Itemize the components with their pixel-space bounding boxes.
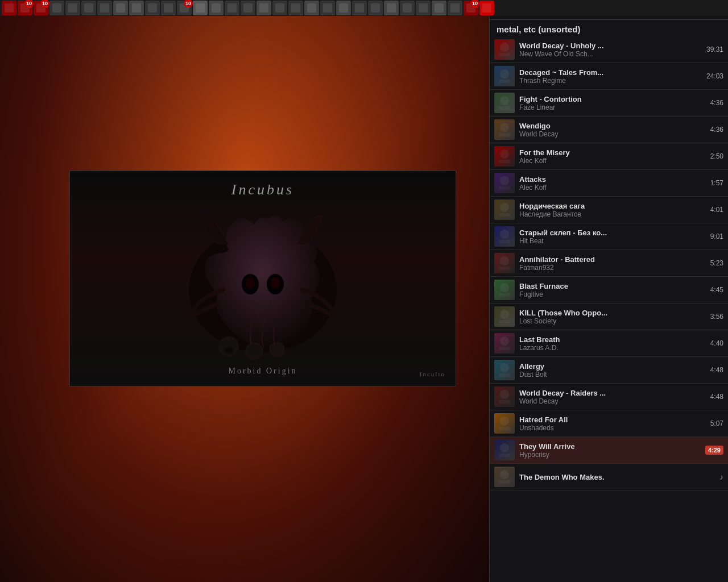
playlist-item-artist: Alec Koff (519, 184, 707, 192)
taskbar-icon-22[interactable] (336, 1, 351, 15)
taskbar-icon-2[interactable]: 10 (18, 1, 32, 15)
playlist-item-info: Last BreathLazarus A.D. (519, 335, 707, 352)
playlist-thumbnail (494, 199, 515, 220)
playlist-thumbnail (494, 360, 515, 380)
svg-point-30 (500, 203, 509, 212)
taskbar-icon-26[interactable] (400, 1, 415, 15)
svg-point-48 (500, 363, 509, 372)
taskbar-icon-8[interactable] (113, 1, 128, 15)
taskbar-icon-1[interactable] (2, 1, 16, 15)
svg-point-36 (500, 256, 509, 265)
playlist-item-title: Старый склеп - Без ко... (519, 228, 707, 237)
playlist-item[interactable]: World Decay - Raiders ...World Decay4:48 (490, 384, 728, 410)
svg-point-33 (500, 230, 509, 239)
playlist-item[interactable]: Blast FurnaceFugitive4:45 (490, 277, 728, 304)
taskbar-icon-16[interactable] (241, 1, 255, 15)
playlist-item-duration: 4:48 (710, 393, 723, 401)
taskbar-icon-4[interactable] (49, 1, 64, 15)
svg-rect-52 (499, 400, 510, 404)
taskbar-icon-28[interactable] (432, 1, 446, 15)
svg-rect-22 (499, 133, 510, 136)
sidebar-playlist[interactable]: источник: metal, etc (unsorted) World De… (489, 0, 728, 582)
taskbar-icon-23[interactable] (352, 1, 367, 15)
playlist-item[interactable]: Fight - ContortionFaze Linear4:36 (490, 90, 728, 117)
playlist-thumbnail (494, 226, 515, 247)
playlist-item-artist: Hit Beat (519, 237, 707, 245)
playlist-item[interactable]: KILL (Those Who Oppo...Lost Society3:56 (490, 304, 728, 330)
playlist-item[interactable]: AttacksAlec Koff1:57 (490, 170, 728, 197)
playlist-item-artist: Наследие Вагантов (519, 210, 707, 218)
playlist-item[interactable]: Annihilator - BatteredFatman9325:23 (490, 250, 728, 277)
playlist-item[interactable]: Last BreathLazarus A.D.4:40 (490, 330, 728, 357)
taskbar-icon-9[interactable] (129, 1, 144, 15)
taskbar-icon-20[interactable] (304, 1, 319, 15)
playlist-item[interactable]: They Will ArriveHypocrisy4:29 (490, 437, 728, 464)
playlist-thumbnail (494, 173, 515, 193)
playlist-item-duration: 5:23 (710, 259, 723, 267)
playlist-item[interactable]: Hatred For AllUnshadeds5:07 (490, 410, 728, 437)
svg-rect-58 (499, 454, 510, 457)
taskbar-badge-12: 10 (184, 0, 193, 7)
playlist-item-title: Attacks (519, 175, 707, 184)
taskbar-icon-6[interactable] (81, 1, 96, 15)
playlist-item[interactable]: Старый склеп - Без ко...Hit Beat9:01 (490, 223, 728, 250)
playlist-item-title: Blast Furnace (519, 282, 707, 290)
playlist-item-info: World Decay - Unholy ...New Wave Of Old … (519, 41, 703, 58)
playlist-item-info: For the MiseryAlec Koff (519, 148, 707, 165)
playlist-item-artist: New Wave Of Old Sch... (519, 50, 703, 58)
playlist-item-info: KILL (Those Who Oppo...Lost Society (519, 309, 707, 325)
playlist-item-duration: 39:31 (706, 45, 723, 53)
playlist-item-artist: Dust Bolt (519, 371, 707, 379)
playlist-item[interactable]: AllergyDust Bolt4:48 (490, 357, 728, 384)
svg-point-15 (500, 69, 509, 78)
taskbar-icon-10[interactable] (145, 1, 160, 15)
playlist-thumbnail (494, 253, 515, 273)
svg-rect-43 (499, 320, 510, 323)
taskbar-icon-30[interactable]: 10 (464, 1, 478, 15)
video-player[interactable]: Incubus (69, 171, 456, 386)
playlist-item-info: The Demon Who Makes. (519, 473, 716, 481)
playlist-item-info: Decaged ~ Tales From...Thrash Regime (519, 68, 703, 85)
svg-point-3 (224, 347, 233, 353)
taskbar-icon-12[interactable]: 10 (177, 1, 192, 15)
taskbar-icon-14[interactable] (209, 1, 224, 15)
playlist-item-artist: World Decay (519, 130, 707, 138)
svg-point-9 (246, 277, 255, 289)
taskbar: 10101010 (0, 0, 728, 16)
taskbar-icon-13[interactable] (193, 1, 208, 15)
taskbar-icon-29[interactable] (448, 1, 462, 15)
taskbar-icon-17[interactable] (257, 1, 271, 15)
taskbar-icon-27[interactable] (416, 1, 431, 15)
playlist-item[interactable]: Нордическая сагаНаследие Вагантов4:01 (490, 197, 728, 223)
svg-rect-55 (499, 427, 510, 430)
album-corner-logo: Incultо (420, 371, 445, 377)
taskbar-icon-19[interactable] (288, 1, 303, 15)
playlist-item-info: Fight - ContortionFaze Linear (519, 95, 707, 111)
playlist-item-title: They Will Arrive (519, 442, 702, 451)
playlist-item-artist: Fatman932 (519, 264, 707, 272)
playlist-item[interactable]: Decaged ~ Tales From...Thrash Regime24:0… (490, 63, 728, 90)
playlist-item[interactable]: World Decay - Unholy ...New Wave Of Old … (490, 36, 728, 63)
taskbar-icon-3[interactable]: 10 (34, 1, 48, 15)
taskbar-icon-24[interactable] (368, 1, 383, 15)
svg-point-18 (500, 96, 509, 105)
taskbar-icon-21[interactable] (320, 1, 335, 15)
playlist-item-artist: Faze Linear (519, 103, 707, 111)
playlist-thumbnail (494, 146, 515, 167)
taskbar-icon-31[interactable] (479, 1, 494, 15)
taskbar-icon-25[interactable] (384, 1, 399, 15)
taskbar-icon-11[interactable] (161, 1, 176, 15)
playlist-item[interactable]: WendigoWorld Decay4:36 (490, 117, 728, 143)
playlist-item-duration: 4:29 (705, 446, 723, 455)
playlist-item-duration: 24:03 (706, 72, 723, 80)
playlist-thumbnail (494, 280, 515, 300)
playlist-item[interactable]: For the MiseryAlec Koff2:50 (490, 143, 728, 170)
playlist-item-info: WendigoWorld Decay (519, 122, 707, 138)
svg-point-27 (500, 176, 509, 185)
playlist-item[interactable]: The Demon Who Makes.♪ (490, 464, 728, 490)
taskbar-icon-5[interactable] (65, 1, 80, 15)
taskbar-icon-7[interactable] (97, 1, 112, 15)
taskbar-icon-15[interactable] (225, 1, 239, 15)
taskbar-icon-18[interactable] (272, 1, 287, 15)
playlist-item-artist: Lost Society (519, 317, 707, 325)
